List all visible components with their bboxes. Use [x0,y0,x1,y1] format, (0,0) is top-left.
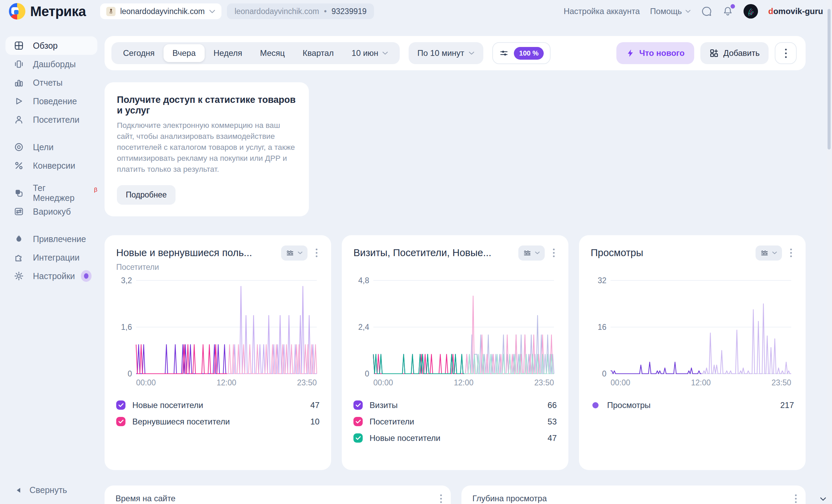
chart-legend: Новые посетители 47 Вернувшиеся посетите… [116,397,319,430]
series-checkbox[interactable] [116,400,125,410]
promo-details-button[interactable]: Подробнее [117,185,176,205]
svg-text:00:00: 00:00 [373,378,393,387]
series-total: 10 [310,417,319,427]
sidebar-item-integrations[interactable]: Интеграции [5,248,97,267]
series-checkbox[interactable] [353,417,363,426]
sidebar-item-acquisition[interactable]: Привлечение [5,230,97,248]
chart-card-pageviews: Просмотры 3216000:0012:0023:50 Просмотры… [579,235,806,470]
collapse-label: Свернуть [29,485,67,495]
svg-text:23:50: 23:50 [297,378,317,387]
stat-title: Глубина просмотра [472,494,795,503]
legend-item[interactable]: Вернувшиеся посетители 10 [116,413,319,430]
card-menu-button[interactable] [314,247,319,259]
card-menu-button[interactable] [551,247,557,259]
filters-toolbar: Сегодня Вчера Неделя Месяц Квартал 10 ию… [105,36,806,70]
add-widget-button[interactable]: Добавить [700,42,769,64]
period-today[interactable]: Сегодня [114,44,164,62]
sidebar-item-overview[interactable]: Обзор [5,36,97,55]
chart-type-selector[interactable] [756,245,782,261]
chat-icon[interactable] [701,6,712,17]
period-month[interactable]: Месяц [251,44,293,62]
grouping-selector[interactable]: По 10 минут [409,42,484,64]
username[interactable]: domovik-guru [768,7,823,16]
legend-item[interactable]: Просмотры 217 [591,397,794,413]
avatar[interactable] [744,4,758,19]
period-quarter[interactable]: Квартал [294,44,343,62]
sidebar-item-goals[interactable]: Цели [5,138,97,156]
metrika-logo[interactable]: Метрика [9,3,86,20]
chart-title: Визиты, Посетители, Новые... [353,247,514,259]
chart-type-selector[interactable] [281,245,308,261]
help-menu[interactable]: Помощь [650,7,691,16]
sidebar-item-dashboards[interactable]: Дашборды [5,55,97,73]
sidebar-label: Тег Менеджер [33,183,84,203]
person-icon [14,115,24,125]
period-week[interactable]: Неделя [205,44,251,62]
chart-card-visits: Визиты, Посетители, Новые... 4,82,4000:0… [342,235,568,470]
series-checkbox[interactable] [353,433,363,443]
sidebar-item-conversions[interactable]: Конверсии [5,156,97,175]
breadcrumb-separator: • [324,7,327,16]
date-picker[interactable]: 10 июн [343,44,397,62]
toolbar-menu-button[interactable] [775,42,797,64]
sidebar-item-variocube[interactable]: Вариокуб [5,202,97,221]
sidebar-item-settings[interactable]: Настройки [5,267,97,285]
sidebar-label: Дашборды [33,59,76,69]
sidebar-label: Обзор [33,41,58,51]
scrollbar-track[interactable] [827,0,832,504]
sidebar-item-tag-manager[interactable]: Тег Менеджер β [5,184,97,202]
svg-text:4,8: 4,8 [358,276,369,285]
sidebar: Обзор Дашборды Отчеты Поведение Посетите… [0,23,103,504]
chart-type-selector[interactable] [518,245,545,261]
percent-icon [14,160,24,171]
gear-icon [14,271,24,281]
chart-card-users: Новые и вернувшиеся поль... Посетители 3… [105,235,331,470]
legend-item[interactable]: Посетители 53 [353,413,557,430]
line-chart-icon [286,249,294,257]
series-checkbox[interactable] [353,400,363,410]
sidebar-item-reports[interactable]: Отчеты [5,73,97,92]
sidebar-collapse-button[interactable]: Свернуть [16,485,67,495]
card-menu-button[interactable] [438,492,444,504]
counter-selector[interactable]: leonardodayvinchik.com [100,3,221,19]
play-icon [14,96,24,106]
whats-new-button[interactable]: Что нового [616,42,694,64]
sampling-control[interactable]: 100 % [492,42,551,64]
chart-title: Новые и вернувшиеся поль... [116,247,277,259]
breadcrumb[interactable]: leonardodayvinchik.com • 93239919 [227,3,374,19]
dashboards-icon [14,59,24,69]
chevron-down-icon [209,10,215,13]
stat-card-time-on-site: Время на сайте 4 м 24 с +22,17 % [105,485,451,504]
notification-dot [731,4,735,9]
sidebar-group-acquisition: Привлечение Интеграции Настройки [0,230,103,285]
sampling-badge: 100 % [514,47,544,60]
sidebar-label: Вариокуб [33,207,71,217]
puzzle-icon [14,252,24,263]
series-label: Посетители [370,417,414,427]
account-settings-link[interactable]: Настройка аккаунта [564,7,640,16]
flame-icon [14,234,24,244]
card-menu-button[interactable] [793,492,799,504]
chart-title: Просмотры [591,247,751,259]
legend-item[interactable]: Новые посетители 47 [116,397,319,413]
time-series-chart[interactable]: 3,21,6000:0012:0023:50 [116,275,319,388]
sidebar-item-behavior[interactable]: Поведение [5,92,97,110]
scrollbar-thumb[interactable] [828,9,831,149]
svg-text:23:50: 23:50 [771,378,791,387]
scroll-down-chevron-icon[interactable] [820,496,827,503]
notifications-bell-icon[interactable] [722,6,733,17]
sidebar-item-visitors[interactable]: Посетители [5,110,97,129]
series-checkbox[interactable] [116,417,125,426]
legend-item[interactable]: Новые посетители 47 [353,430,557,446]
period-yesterday[interactable]: Вчера [164,44,205,62]
chart-subtitle [353,263,557,275]
card-menu-button[interactable] [788,247,794,259]
top-bar-right: Настройка аккаунта Помощь domovik-guru [564,4,823,19]
legend-item[interactable]: Визиты 66 [353,397,557,413]
grouping-value: По 10 минут [418,48,465,58]
time-series-chart[interactable]: 3216000:0012:0023:50 [591,275,794,388]
time-series-chart[interactable]: 4,82,4000:0012:0023:50 [353,275,557,388]
sidebar-group-goals: Цели Конверсии [0,138,103,175]
svg-text:16: 16 [598,323,606,332]
series-total: 47 [547,433,557,443]
